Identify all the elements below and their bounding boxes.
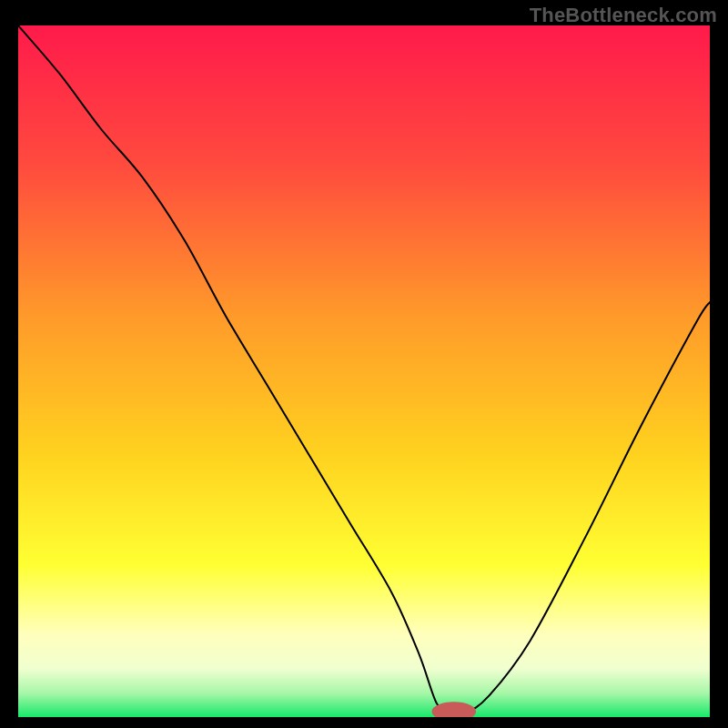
chart-frame: TheBottleneck.com (0, 0, 728, 728)
bottleneck-plot (18, 25, 710, 717)
watermark-text: TheBottleneck.com (530, 4, 717, 27)
gradient-background (18, 25, 710, 717)
